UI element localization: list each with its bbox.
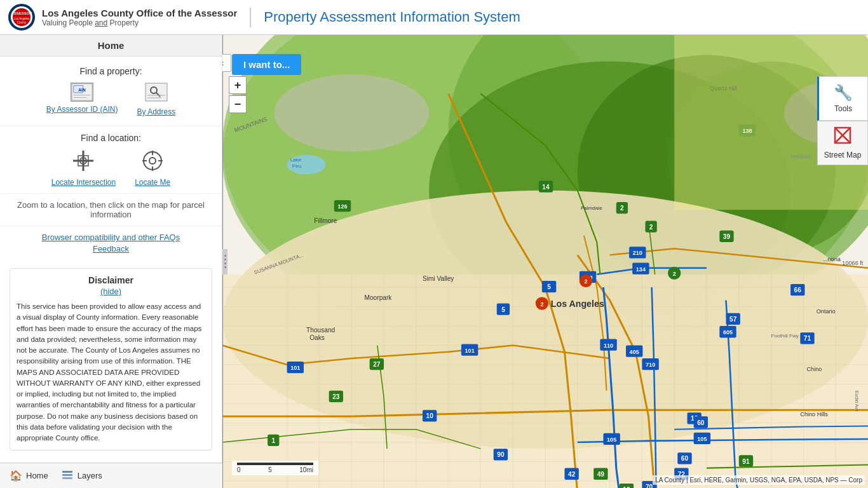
i-want-to-button[interactable]: I want to... — [232, 54, 301, 75]
disclaimer-hide-button[interactable]: (hide) — [17, 287, 205, 296]
svg-text:70: 70 — [646, 484, 653, 488]
svg-text:Euclid Ave: Euclid Ave — [854, 391, 859, 412]
locate-me-option[interactable]: Locate Me — [135, 149, 170, 187]
svg-text:5: 5 — [547, 283, 551, 290]
svg-text:57: 57 — [729, 316, 737, 323]
locate-me-icon — [141, 149, 164, 175]
svg-text:Ontario: Ontario — [817, 308, 836, 315]
disclaimer-section: Disclaimer (hide) This service has been … — [10, 268, 212, 451]
intersection-icon — [72, 149, 95, 175]
map-background: 5 5 10 10 101 101 405 110 210 134 — [222, 35, 868, 488]
svg-text:Piru: Piru — [292, 163, 301, 169]
scale-line — [237, 463, 313, 465]
tools-icon: 🔧 — [834, 84, 853, 102]
locate-me-label: Locate Me — [135, 178, 170, 187]
svg-text:Chino Hills: Chino Hills — [800, 411, 828, 417]
scale-5: 5 — [268, 466, 272, 473]
svg-text:Thousand: Thousand — [306, 327, 335, 334]
scale-labels: 0 5 10mi — [237, 466, 313, 473]
svg-text:10066 ft: 10066 ft — [842, 260, 863, 266]
handle-dot — [224, 266, 226, 268]
home-icon: 🏠 — [10, 470, 22, 482]
main-layout: Home Find a property: AIN — [0, 35, 868, 488]
locate-intersection-label: Locate Intersection — [51, 178, 116, 187]
svg-text:Moorpark: Moorpark — [365, 294, 393, 301]
resize-handle[interactable] — [222, 249, 227, 274]
bottom-layers-label: Layers — [78, 471, 102, 480]
svg-text:49: 49 — [597, 471, 605, 478]
street-map-button[interactable]: Street Map — [817, 121, 868, 165]
svg-text:ASSESSOR: ASSESSOR — [11, 11, 32, 15]
svg-text:Foothill Fwy: Foothill Fwy — [771, 333, 799, 339]
svg-text:2: 2 — [584, 278, 587, 285]
bottom-home-tab[interactable]: 🏠 Home — [10, 470, 48, 482]
find-location-options: Locate Intersection Locat — [10, 149, 212, 187]
svg-rect-182 — [62, 474, 72, 476]
svg-text:210: 210 — [633, 250, 642, 256]
svg-text:MIRAGE: MIRAGE — [790, 154, 811, 159]
svg-rect-183 — [62, 477, 72, 479]
locate-intersection-option[interactable]: Locate Intersection — [51, 149, 116, 187]
svg-text:Simi Valley: Simi Valley — [423, 275, 454, 282]
svg-text:2: 2 — [540, 301, 543, 308]
svg-text:2: 2 — [620, 205, 624, 212]
header-logo: ASSESSOR Los Angeles County Los Angeles … — [6, 2, 264, 32]
tools-button[interactable]: 🔧 Tools — [817, 76, 868, 121]
svg-text:2: 2 — [649, 224, 653, 231]
svg-text:Los Angeles: Los Angeles — [551, 299, 604, 309]
svg-point-168 — [274, 74, 429, 152]
disclaimer-text: This service has been provided to allow … — [17, 301, 205, 444]
scale-bar: 0 5 10mi — [232, 461, 318, 475]
scale-0: 0 — [237, 466, 241, 473]
browser-compat-link[interactable]: Browser compatibility and other FAQs — [10, 233, 212, 242]
svg-text:101: 101 — [290, 365, 300, 371]
zoom-in-button[interactable]: + — [229, 76, 247, 94]
sidebar-home-tab[interactable]: Home — [0, 35, 222, 57]
bottom-layers-tab[interactable]: Layers — [61, 468, 102, 484]
svg-text:91: 91 — [742, 458, 750, 465]
svg-text:2: 2 — [673, 271, 676, 277]
by-ain-option[interactable]: AIN By Assessor ID (AIN) — [46, 83, 118, 116]
svg-text:66: 66 — [794, 287, 802, 294]
svg-text:105: 105 — [607, 437, 616, 443]
svg-text:Palmdale: Palmdale — [581, 205, 602, 211]
zoom-out-button[interactable]: − — [229, 95, 247, 113]
svg-text:14: 14 — [542, 184, 550, 191]
find-property-section: Find a property: AIN By Assessor ID (AIN… — [0, 57, 222, 126]
svg-text:71: 71 — [804, 335, 811, 342]
street-map-label: Street Map — [824, 151, 862, 159]
svg-text:42: 42 — [568, 471, 576, 478]
header-org-info: Los Angeles County Office of the Assesso… — [42, 8, 251, 27]
street-map-icon — [834, 126, 851, 148]
svg-text:110: 110 — [604, 342, 613, 349]
handle-dot — [224, 259, 226, 261]
svg-text:Fillmore: Fillmore — [314, 217, 337, 224]
collapse-sidebar-button[interactable]: ‹ — [222, 54, 231, 72]
svg-text:101: 101 — [465, 348, 475, 354]
scale-10mi: 10mi — [299, 466, 313, 473]
address-icon — [145, 83, 168, 104]
find-property-options: AIN By Assessor ID (AIN) — [10, 83, 212, 116]
svg-text:105: 105 — [697, 436, 707, 442]
svg-text:Lake: Lake — [290, 157, 302, 163]
svg-text:90: 90 — [497, 451, 505, 458]
svg-text:5: 5 — [501, 306, 505, 313]
zoom-info: Zoom to a location, then click on the ma… — [0, 193, 222, 226]
svg-text:126: 126 — [337, 203, 347, 210]
handle-dot — [224, 262, 226, 264]
svg-text:...: ... — [790, 160, 795, 166]
svg-text:23: 23 — [332, 393, 340, 400]
svg-text:Chino: Chino — [806, 366, 822, 372]
svg-text:39: 39 — [723, 233, 731, 240]
svg-text:AIN: AIN — [78, 88, 86, 92]
map-container[interactable]: 5 5 10 10 101 101 405 110 210 134 — [222, 35, 868, 488]
svg-text:Los Angeles: Los Angeles — [14, 17, 30, 20]
feedback-link[interactable]: Feedback — [10, 244, 212, 254]
svg-point-21 — [149, 158, 156, 164]
find-location-section: Find a location: Locate Intersection — [0, 126, 222, 193]
map-attribution: LA County | Esri, HERE, Garmin, USGS, NG… — [653, 475, 865, 485]
layers-icon — [61, 468, 74, 484]
by-address-option[interactable]: By Address — [137, 83, 175, 116]
svg-text:710: 710 — [646, 362, 655, 368]
header-org-name: Los Angeles County Office of the Assesso… — [42, 8, 237, 18]
